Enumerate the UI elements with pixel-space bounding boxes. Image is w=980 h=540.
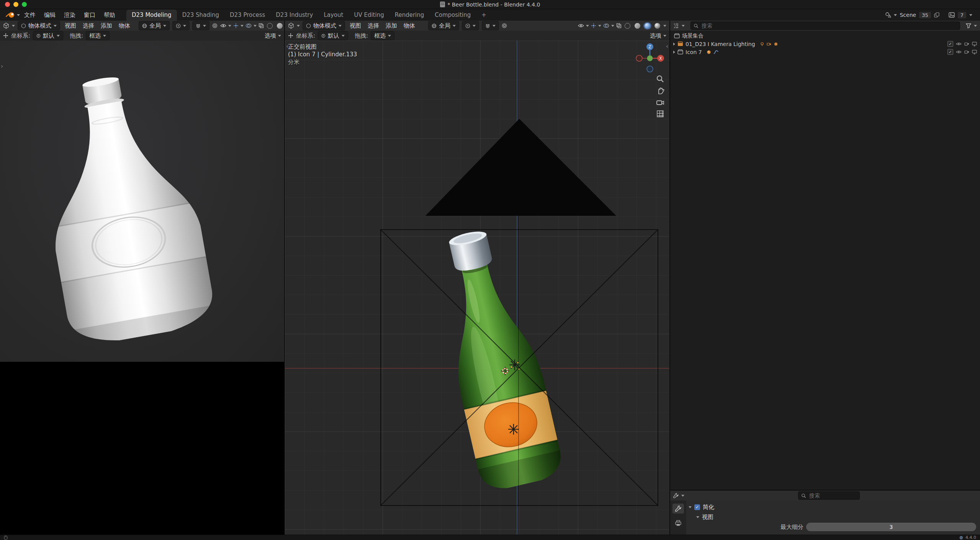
zoom-tool-icon[interactable] xyxy=(656,74,665,84)
gizmos-toggle-icon[interactable] xyxy=(591,23,596,28)
shading-wireframe-button[interactable] xyxy=(267,23,273,29)
menu-select[interactable]: 选择 xyxy=(81,22,96,30)
visibility-eye-icon[interactable] xyxy=(220,23,226,28)
workspace-tab-layout[interactable]: Layout xyxy=(318,10,348,21)
filter-chevron[interactable] xyxy=(974,25,977,27)
workspace-tab-d23-industry[interactable]: D23 Industry xyxy=(270,10,318,21)
overlays-toggle-icon[interactable] xyxy=(245,23,252,28)
blender-logo-icon[interactable] xyxy=(5,11,15,18)
outliner-row-scene-collection[interactable]: 场景集合 xyxy=(670,32,980,40)
orientation-dropdown[interactable]: 全局 xyxy=(139,21,170,30)
view-layer-chevron[interactable] xyxy=(969,14,972,16)
outliner-row-collection-lighting[interactable]: 01_D23 I Kamera Lighting ✓ xyxy=(670,40,980,48)
menu-help[interactable]: 帮助 xyxy=(100,11,119,19)
gizmos-toggle-icon[interactable] xyxy=(233,23,239,28)
outliner-editor-chevron[interactable] xyxy=(682,25,685,27)
view-layer-icon[interactable] xyxy=(949,12,955,18)
zoom-window-button[interactable] xyxy=(22,2,27,7)
proportional-edit-icon[interactable] xyxy=(212,23,218,28)
viewport-center-canvas[interactable]: ‹ ‹ xyxy=(285,41,669,535)
viewport-subpanel-header[interactable]: 视图 xyxy=(689,512,976,522)
menu-file[interactable]: 文件 xyxy=(20,11,40,19)
transform-default-dropdown[interactable]: 默认 xyxy=(33,31,63,40)
properties-editor-icon[interactable] xyxy=(673,493,679,498)
workspace-tab-compositing[interactable]: Compositing xyxy=(429,10,476,21)
menu-add[interactable]: 添加 xyxy=(99,22,114,30)
options-chevron[interactable] xyxy=(663,35,666,37)
simplify-checkbox[interactable]: ✓ xyxy=(694,504,700,510)
editor-type-icon[interactable] xyxy=(3,23,9,29)
visibility-eye-icon[interactable] xyxy=(578,23,584,28)
mode-dropdown[interactable]: 物体模式 xyxy=(303,21,345,30)
snap-dropdown[interactable] xyxy=(482,21,499,30)
properties-search[interactable] xyxy=(798,491,860,500)
menu-edit[interactable]: 编辑 xyxy=(40,11,60,19)
filter-funnel-icon[interactable] xyxy=(966,23,971,28)
xray-toggle-icon[interactable] xyxy=(258,23,264,28)
shading-wireframe-button[interactable] xyxy=(625,23,630,29)
scene-users-badge[interactable]: 35 xyxy=(919,11,931,19)
workspace-tab-d23-shading[interactable]: D23 Shading xyxy=(177,10,224,21)
shading-solid-button[interactable] xyxy=(277,23,283,29)
region-expand-chevron[interactable]: › xyxy=(1,64,3,69)
blender-menu-chevron[interactable] xyxy=(17,14,20,16)
properties-editor-chevron[interactable] xyxy=(681,495,684,497)
drag-mode-dropdown[interactable]: 框选 xyxy=(371,31,394,40)
panel-collapse-icon[interactable] xyxy=(689,506,692,508)
shading-chevron[interactable] xyxy=(663,25,666,27)
options-button[interactable]: 选项 xyxy=(650,32,661,39)
menu-object[interactable]: 物体 xyxy=(402,22,417,30)
disable-render-camera-icon[interactable] xyxy=(964,50,969,54)
pivot-dropdown[interactable] xyxy=(172,21,190,30)
options-button[interactable]: 选项 xyxy=(265,32,276,39)
workspace-tab-d23-modeling[interactable]: D23 Modeling xyxy=(126,10,177,21)
exclude-checkbox[interactable]: ✓ xyxy=(947,41,953,47)
workspace-tab-uv-editing[interactable]: UV Editing xyxy=(348,10,389,21)
outliner-search-input[interactable] xyxy=(701,22,957,29)
editor-type-icon[interactable] xyxy=(288,23,294,29)
options-chevron[interactable] xyxy=(278,35,281,37)
shading-material-button[interactable] xyxy=(645,23,650,29)
menu-window[interactable]: 窗口 xyxy=(80,11,100,19)
transform-default-dropdown[interactable]: 默认 xyxy=(318,31,348,40)
workspace-tab-rendering[interactable]: Rendering xyxy=(389,10,430,21)
scene-browse-chevron[interactable] xyxy=(894,14,897,16)
ortho-grid-icon[interactable] xyxy=(656,109,665,118)
max-subdivision-slider[interactable]: 3 xyxy=(806,523,976,531)
white-bottle-model[interactable] xyxy=(15,61,232,362)
mode-dropdown[interactable]: 物体模式 xyxy=(18,21,60,30)
network-status-icon[interactable] xyxy=(959,536,963,540)
minimize-window-button[interactable] xyxy=(13,2,18,7)
snap-dropdown[interactable] xyxy=(192,21,209,30)
properties-search-input[interactable] xyxy=(808,492,857,499)
editor-type-chevron[interactable] xyxy=(297,25,300,27)
pan-hand-icon[interactable] xyxy=(656,86,665,95)
scene-icon[interactable] xyxy=(885,12,891,18)
outliner-search[interactable] xyxy=(690,21,960,30)
menu-render[interactable]: 渲染 xyxy=(60,11,80,19)
tab-output[interactable] xyxy=(672,518,684,528)
menu-select[interactable]: 选择 xyxy=(366,22,381,30)
viewport-left-canvas[interactable]: › xyxy=(0,41,284,362)
expand-arrow-icon[interactable] xyxy=(673,51,675,54)
menu-view[interactable]: 视图 xyxy=(348,22,363,30)
hide-eye-icon[interactable] xyxy=(956,42,962,46)
add-workspace-button[interactable]: + xyxy=(476,10,492,21)
shading-rendered-button[interactable] xyxy=(654,23,660,29)
tab-tool[interactable] xyxy=(672,504,684,514)
overlays-toggle-icon[interactable] xyxy=(603,23,609,28)
xray-toggle-icon[interactable] xyxy=(616,23,622,28)
outliner-editor-icon[interactable] xyxy=(673,23,679,29)
view-layer-users-badge[interactable]: 7 xyxy=(957,11,967,19)
menu-add[interactable]: 添加 xyxy=(384,22,399,30)
panel-collapse-icon[interactable] xyxy=(696,516,699,518)
disable-viewport-monitor-icon[interactable] xyxy=(972,50,977,54)
viewport-left-lower-region[interactable] xyxy=(0,362,284,535)
drag-mode-dropdown[interactable]: 框选 xyxy=(86,31,110,40)
proportional-edit-icon[interactable] xyxy=(502,23,507,28)
menu-view[interactable]: 视图 xyxy=(63,22,78,30)
shading-solid-button[interactable] xyxy=(635,23,640,29)
outliner-row-icon7[interactable]: Icon 7 ✓ xyxy=(670,48,980,56)
camera-view-icon[interactable] xyxy=(656,98,665,107)
close-window-button[interactable] xyxy=(5,2,10,7)
